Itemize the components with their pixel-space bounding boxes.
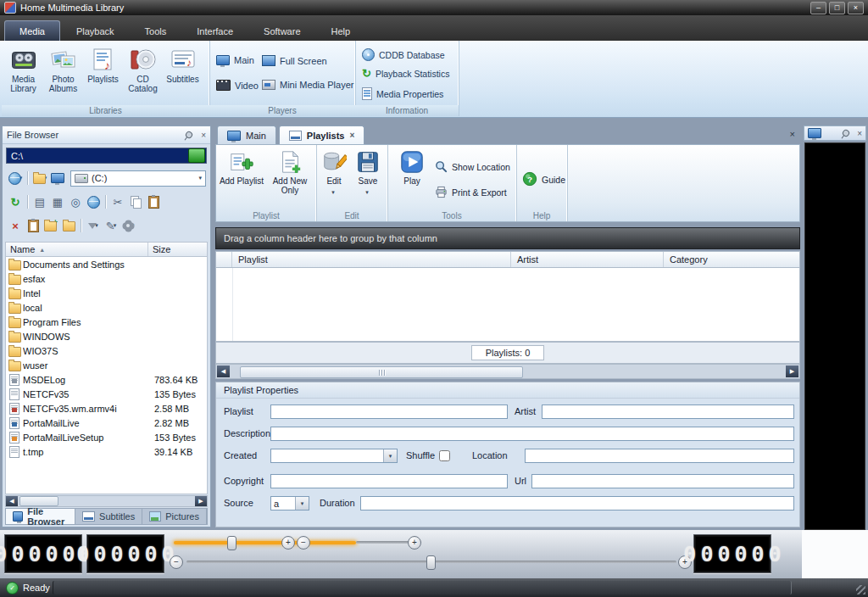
menu-tab-tools[interactable]: Tools [131, 21, 181, 41]
folder-row[interactable]: Program Files [6, 315, 207, 329]
menu-tab-media[interactable]: Media [4, 20, 60, 41]
file-row[interactable]: t.tmp39.14 KB [6, 444, 207, 459]
panel-close-icon[interactable]: × [201, 131, 206, 140]
folder-up-button[interactable] [60, 218, 77, 234]
zoom-out-button[interactable]: − [297, 536, 310, 550]
scrollbar-thumb[interactable] [19, 496, 58, 506]
filter-button[interactable]: ▾ [85, 218, 102, 234]
mini-media-player-button[interactable]: Mini Media Player [262, 80, 353, 90]
player-main-button[interactable]: Main [216, 55, 254, 65]
cd-catalog-button[interactable]: CD Catalog [123, 43, 163, 93]
description-field[interactable] [270, 427, 794, 441]
new-folder-button[interactable]: + [42, 218, 59, 234]
folder-row[interactable]: WINDOWS [6, 329, 207, 343]
created-select[interactable]: ▾ [270, 449, 398, 463]
column-header-artist[interactable]: Artist [511, 252, 664, 267]
tab-main[interactable]: Main [217, 126, 276, 144]
maximize-button[interactable]: □ [829, 2, 845, 14]
tab-file-browser[interactable]: File Browser [6, 509, 75, 524]
slider-a-handle[interactable] [227, 536, 236, 550]
file-row[interactable]: PortaMailLiveSetup153 Bytes [6, 430, 207, 444]
clipboard-button[interactable] [25, 218, 42, 234]
slider-a-track-active[interactable] [174, 541, 356, 544]
copyright-field[interactable] [270, 474, 508, 488]
file-row[interactable]: MSDELog783.64 KB [6, 372, 207, 387]
slider-b-minus-button[interactable]: − [170, 555, 183, 569]
media-properties-button[interactable]: Media Properties [362, 87, 443, 100]
print-export-button[interactable]: Print & Export [435, 184, 507, 201]
network-button[interactable] [85, 194, 102, 210]
menu-tab-help[interactable]: Help [317, 21, 365, 41]
guide-button[interactable]: ? Guide [522, 171, 565, 188]
playlist-list[interactable] [215, 268, 800, 342]
playlists-button[interactable]: ♪ Playlists [83, 43, 123, 93]
document-close-button[interactable]: × [790, 129, 795, 139]
scrollbar-thumb[interactable] [240, 366, 523, 378]
artist-field[interactable] [542, 405, 794, 419]
add-playlist-button[interactable]: Add Playlist [218, 149, 265, 186]
drive-select[interactable]: (C:) ▾ [70, 170, 206, 187]
menu-tab-software[interactable]: Software [249, 21, 314, 41]
tab-close-icon[interactable]: × [349, 131, 354, 140]
panel-close-icon[interactable]: × [857, 129, 862, 138]
full-screen-button[interactable]: Full Screen [262, 55, 327, 66]
zoom-button[interactable]: ◎ [67, 194, 84, 210]
group-by-bar[interactable]: Drag a column header here to group by th… [215, 227, 800, 249]
scroll-left-button[interactable]: ◀ [6, 496, 18, 506]
address-bar[interactable]: C:\ [6, 148, 207, 164]
pin-icon[interactable] [185, 130, 194, 139]
add-new-only-button[interactable]: Add New Only [267, 149, 313, 195]
folder-row[interactable]: Intel [6, 286, 207, 300]
shuffle-checkbox[interactable] [439, 450, 450, 461]
scroll-right-button[interactable]: ▶ [195, 496, 207, 506]
file-row[interactable]: PortaMailLive2.82 MB [6, 416, 207, 430]
media-library-button[interactable]: Media Library [3, 43, 43, 93]
file-row[interactable]: NETCFv35135 Bytes [6, 387, 207, 401]
cut-button[interactable]: ✂ [109, 194, 126, 210]
minimize-button[interactable]: – [810, 2, 826, 14]
settings-button[interactable]: ▾ [120, 218, 137, 234]
player-video-button[interactable]: Video [216, 80, 259, 91]
playlist-field[interactable] [270, 405, 508, 419]
paste-button[interactable] [145, 194, 162, 210]
refresh-button[interactable]: ↻ [7, 194, 24, 210]
favorites-button[interactable]: ▾ [31, 170, 48, 187]
file-list-hscrollbar[interactable]: ◀ ▶ [5, 495, 208, 507]
tab-playlists[interactable]: Playlists × [279, 126, 364, 144]
source-select[interactable]: a ▾ [270, 496, 309, 511]
menu-tab-interface[interactable]: Interface [182, 21, 248, 41]
zoom-in-button[interactable]: + [281, 536, 295, 550]
draw-button[interactable]: ✎▾ [103, 218, 120, 234]
url-field[interactable] [531, 474, 794, 488]
column-header-category[interactable]: Category [664, 252, 799, 267]
file-row[interactable]: NETCFv35.wm.armv4i2.58 MB [6, 401, 207, 416]
playback-statistics-button[interactable]: ↻ Playback Statistics [362, 68, 449, 79]
slider-a-plus-button[interactable]: + [408, 536, 421, 550]
duration-field[interactable] [360, 496, 794, 511]
photo-albums-button[interactable]: Photo Albums [43, 43, 83, 93]
column-header-name[interactable]: Name ▲ [6, 243, 148, 256]
close-button[interactable]: × [848, 2, 864, 14]
cddb-database-button[interactable]: CDDB Database [362, 48, 445, 61]
folder-row[interactable]: local [6, 300, 207, 315]
tab-pictures[interactable]: Pictures [142, 509, 207, 524]
show-location-button[interactable]: Show Location [435, 159, 510, 176]
folder-row[interactable]: Documents and Settings [6, 257, 207, 271]
resize-grip[interactable] [856, 585, 865, 594]
slider-b-handle[interactable] [426, 555, 436, 570]
go-button[interactable] [188, 148, 205, 163]
location-field[interactable] [525, 449, 794, 463]
copy-button[interactable] [127, 194, 144, 210]
list-view-button[interactable]: ▤ [31, 194, 48, 210]
computer-button[interactable] [49, 170, 66, 187]
folder-row[interactable]: WIO37S [6, 343, 207, 358]
folder-row[interactable]: esfax [6, 271, 207, 286]
edit-button[interactable]: Edit ▾ [318, 149, 350, 197]
tab-subtitles[interactable]: Subtitles [75, 509, 142, 524]
detail-view-button[interactable]: ▦ [49, 194, 66, 210]
playlist-hscrollbar[interactable]: ◀ ▶ [215, 364, 800, 379]
pin-icon[interactable] [842, 128, 851, 137]
folder-row[interactable]: wuser [6, 358, 207, 372]
scroll-left-button[interactable]: ◀ [217, 365, 230, 377]
menu-tab-playback[interactable]: Playback [62, 21, 129, 41]
